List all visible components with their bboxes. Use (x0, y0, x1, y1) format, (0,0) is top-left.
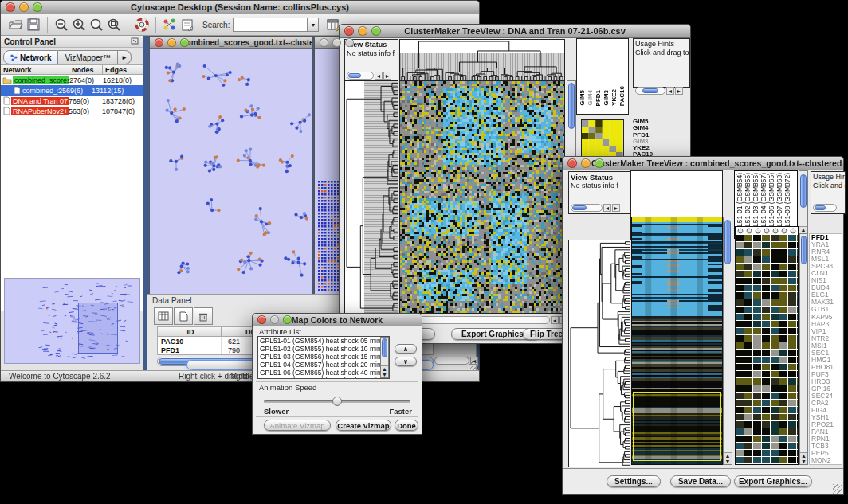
delete-attribute-button[interactable] (194, 307, 213, 325)
export-graphics-button[interactable]: Export Graphics... (734, 475, 812, 487)
status-scrollbar[interactable]: ◄ ► (347, 72, 391, 80)
attribute-item[interactable]: GPL51-02 (GSM855) heat shock 10 min (258, 345, 389, 353)
gene-dendrogram-panel[interactable] (344, 80, 398, 314)
gene-list-vscrollbar[interactable]: ▲▼ (799, 233, 808, 465)
attribute-list-vscrollbar[interactable]: ▲▼ (380, 337, 389, 378)
network-row[interactable]: combined_scores 2764(0) 16218(0) (1, 75, 143, 85)
move-down-button[interactable]: ∨ (395, 357, 417, 366)
network-row[interactable]: RNAPuberNov2+ 563(0) 107847(0) (1, 106, 143, 116)
zoom-button[interactable] (345, 38, 354, 47)
arrow-left-icon[interactable]: ◄ (603, 204, 611, 212)
scrollbar-thumb[interactable] (642, 88, 658, 93)
usage-scrollbar[interactable] (813, 204, 837, 212)
minimize-button[interactable] (19, 2, 29, 12)
scroll-arrows[interactable]: ▲▼ (800, 452, 807, 464)
zoom-button[interactable] (595, 158, 604, 168)
minimize-button[interactable] (581, 158, 591, 168)
zoom-button[interactable] (180, 38, 189, 47)
gene-dendrogram[interactable] (345, 81, 398, 313)
vizmapper-button[interactable] (161, 17, 179, 33)
network-a-titlebar[interactable]: combined_scores_good.txt--cluste... (150, 37, 312, 49)
search-dropdown-button[interactable]: ▼ (308, 18, 319, 32)
select-attributes-button[interactable] (154, 307, 173, 325)
zoom-out-button[interactable] (53, 17, 70, 33)
annotation-button[interactable] (179, 17, 196, 33)
arrow-left-icon[interactable]: ◄ (375, 72, 383, 80)
save-session-button[interactable] (25, 17, 42, 33)
global-heatmap[interactable] (400, 81, 564, 313)
animate-vizmap-button[interactable]: Animate Vizmap (264, 420, 331, 431)
zoom-selected-button[interactable] (105, 17, 123, 33)
gene-dendrogram[interactable] (569, 240, 630, 467)
close-button[interactable] (155, 38, 163, 47)
scrollbar-thumb[interactable] (800, 174, 807, 208)
network-row-selected[interactable]: combined_sco 2569(6) 13112(15) (1, 85, 143, 96)
gene-label[interactable]: MON2 (811, 457, 842, 464)
column-label[interactable]: PFD1 (595, 90, 602, 106)
scrollbar-thumb[interactable] (348, 73, 361, 78)
treeview1-titlebar[interactable]: ClusterMaker TreeView : DNA and Tran 07-… (340, 25, 690, 38)
column-header-network[interactable]: Network (1, 64, 69, 75)
minimize-button[interactable] (332, 38, 341, 47)
close-button[interactable] (320, 38, 328, 47)
network-view-canvas[interactable] (150, 49, 311, 294)
column-label[interactable]: GIM5 (579, 90, 586, 106)
attribute-item[interactable]: GPL51-01 (GSM854) heat shock 05 min (258, 337, 389, 345)
attribute-item[interactable]: GPL51-07 (GSM868) heat shock 60 min (258, 377, 389, 379)
array-dendrogram[interactable] (400, 40, 564, 80)
search-input[interactable] (233, 18, 308, 32)
close-button[interactable] (567, 158, 577, 168)
resize-grip[interactable] (833, 484, 842, 494)
overview-thumbnail[interactable] (5, 279, 139, 363)
network-overview-panel[interactable] (4, 278, 140, 364)
tab-network[interactable]: Network (3, 50, 58, 64)
zoom-button[interactable] (371, 26, 381, 36)
arrow-left-icon[interactable]: ◄ (551, 316, 559, 324)
float-panel-icon[interactable] (131, 37, 139, 45)
move-up-button[interactable]: ∧ (395, 344, 417, 354)
scrollbar-thumb[interactable] (382, 338, 387, 357)
slider-thumb[interactable] (332, 397, 342, 406)
scrollbar-thumb[interactable] (815, 205, 826, 210)
attribute-item[interactable]: GPL51-06 (GSM865) heat shock 40 min (258, 369, 389, 377)
treeview2-titlebar[interactable]: ClusterMaker TreeView : combined_scores_… (563, 157, 843, 170)
labels-vscrollbar[interactable]: ▲▼ (799, 170, 808, 239)
save-data-button[interactable]: Save Data... (670, 475, 731, 487)
column-header-id[interactable]: ID (158, 327, 222, 337)
arrow-right-icon[interactable]: ► (383, 72, 391, 80)
zoom-heatmap[interactable] (736, 227, 798, 464)
tab-vizmapper[interactable]: VizMapper™ (58, 50, 118, 64)
column-header-nodes[interactable]: Nodes (69, 64, 103, 75)
zoom-button[interactable] (283, 315, 292, 324)
scrollbar-thumb[interactable] (801, 236, 807, 264)
close-button[interactable] (6, 2, 15, 12)
arrow-right-icon[interactable]: ► (612, 204, 620, 212)
global-heatmap[interactable] (632, 217, 722, 464)
create-vizmap-button[interactable]: Create Vizmap (336, 420, 391, 431)
array-dendrogram-panel[interactable] (399, 39, 565, 80)
scrollbar-thumb[interactable] (568, 83, 575, 129)
tab-overflow-button[interactable]: ► (118, 50, 132, 64)
scrollbar-thumb[interactable] (724, 220, 731, 264)
zoom-hscrollbar[interactable]: ◄ ► (635, 87, 683, 95)
arrow-left-icon[interactable]: ◄ (666, 87, 674, 95)
zoom-fit-button[interactable] (88, 17, 105, 33)
attribute-item[interactable]: GPL51-04 (GSM857) heat shock 20 min (258, 361, 389, 369)
arrow-right-icon[interactable]: ► (675, 87, 683, 95)
scroll-arrows[interactable]: ▲▼ (381, 365, 388, 377)
minimize-button[interactable] (358, 26, 367, 36)
main-titlebar[interactable]: Cytoscape Desktop (Session Name: collins… (1, 1, 479, 14)
column-header-edges[interactable]: Edges (103, 64, 143, 75)
zoom-in-button[interactable] (70, 17, 88, 33)
column-label[interactable]: GIM3 (603, 90, 610, 106)
resize-grip[interactable] (469, 361, 478, 370)
column-label[interactable]: GIM4 (587, 90, 594, 106)
overview-viewport-rect[interactable] (78, 303, 118, 354)
column-label[interactable]: PAC10 (618, 86, 626, 106)
zoom-heatmap[interactable] (582, 120, 623, 158)
minimize-button[interactable] (270, 315, 279, 324)
scroll-arrows[interactable]: ▲▼ (724, 452, 732, 464)
scrollbar-thumb[interactable] (572, 205, 587, 210)
done-button[interactable]: Done (395, 420, 418, 431)
dialog-titlebar[interactable]: Map Colors to Network (253, 314, 422, 326)
